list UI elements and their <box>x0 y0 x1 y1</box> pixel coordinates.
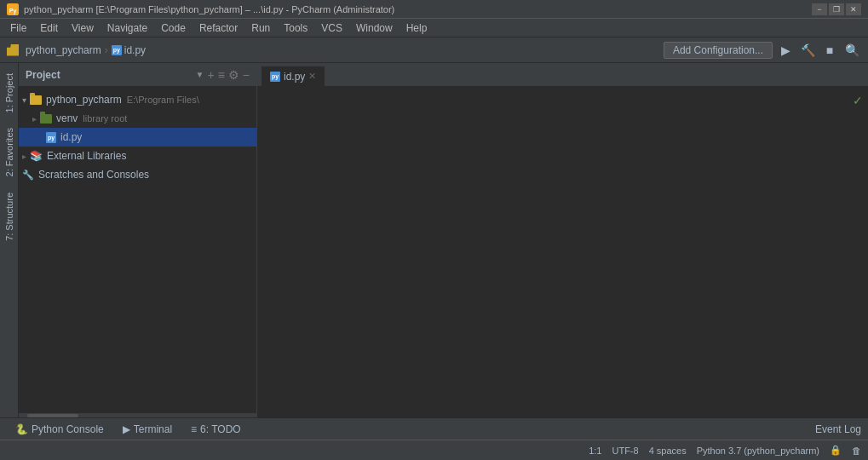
tab-bar: py id.py ✕ <box>257 63 868 87</box>
build-button[interactable]: 🔨 <box>798 41 817 60</box>
python-console-label: Python Console <box>32 423 104 435</box>
tree-suffix-venv: library root <box>83 113 127 124</box>
tab-label: id.py <box>284 71 305 83</box>
event-log-label[interactable]: Event Log <box>815 423 861 435</box>
file-py-icon: py <box>112 45 122 55</box>
minimize-button[interactable]: − <box>812 3 827 15</box>
stop-button[interactable]: ■ <box>820 41 839 60</box>
run-button[interactable]: ▶ <box>776 41 795 60</box>
project-panel-title: Project <box>26 69 193 81</box>
tree-item-idpy[interactable]: py id.py <box>19 128 256 147</box>
project-add-icon[interactable]: + <box>207 68 214 82</box>
expand-arrow-venv: ▸ <box>32 114 37 124</box>
status-interpreter[interactable]: Python 3.7 (python_pycharm) <box>697 446 819 456</box>
bottom-right-actions: Event Log <box>815 423 861 435</box>
breadcrumb-separator: › <box>105 44 108 56</box>
menu-navigate[interactable]: Navigate <box>101 20 154 36</box>
window-controls: − ❐ ✕ <box>812 3 861 15</box>
status-bar: 1:1 UTF-8 4 spaces Python 3.7 (python_py… <box>0 440 868 460</box>
tree-label-extlib: External Libraries <box>47 150 126 162</box>
project-collapse-icon[interactable]: − <box>243 68 250 82</box>
python-console-icon: 🐍 <box>15 423 28 435</box>
lock-icon: 🔒 <box>830 445 842 456</box>
project-dropdown-icon[interactable]: ▼ <box>196 70 204 79</box>
bottom-tab-python-console[interactable]: 🐍 Python Console <box>7 422 112 437</box>
delete-icon: 🗑 <box>852 446 861 456</box>
bottom-tab-todo[interactable]: ≡ 6: TODO <box>182 422 250 437</box>
toolbar-right: Add Configuration... ▶ 🔨 ■ 🔍 <box>664 41 861 60</box>
sidebar-item-structure[interactable]: 7: Structure <box>2 186 17 248</box>
menu-vcs[interactable]: VCS <box>314 20 349 36</box>
breadcrumb-file: py id.py <box>112 44 146 56</box>
todo-label: 6: TODO <box>200 423 241 435</box>
left-side-tabs: 1: Project 2: Favorites 7: Structure <box>0 63 19 417</box>
terminal-label: Terminal <box>134 423 172 435</box>
folder-icon-venv <box>40 114 52 124</box>
close-button[interactable]: ✕ <box>846 3 861 15</box>
menu-run[interactable]: Run <box>244 20 277 36</box>
breadcrumb-folder-icon <box>7 44 19 56</box>
menu-window[interactable]: Window <box>349 20 400 36</box>
tab-close-button[interactable]: ✕ <box>308 71 316 82</box>
menu-help[interactable]: Help <box>400 20 434 36</box>
breadcrumb-project[interactable]: python_pycharm <box>26 44 101 56</box>
library-icon-extlib: 📚 <box>30 150 43 162</box>
bottom-bar: 🐍 Python Console ▶ Terminal ≡ 6: TODO Ev… <box>0 417 868 440</box>
bottom-tab-terminal[interactable]: ▶ Terminal <box>114 422 181 437</box>
project-header-icons: + ≡ ⚙ − <box>207 68 250 82</box>
tree-item-scratches[interactable]: 🔧 Scratches and Consoles <box>19 165 256 184</box>
search-everywhere-button[interactable]: 🔍 <box>842 41 861 60</box>
sidebar-item-project[interactable]: 1: Project <box>2 66 17 119</box>
status-indent[interactable]: 4 spaces <box>649 446 687 456</box>
editor-area: py id.py ✕ ✓ <box>257 63 868 417</box>
project-tree: ▾ python_pycharm E:\Program Files\ ▸ ven… <box>19 87 256 412</box>
green-checkmark: ✓ <box>853 94 863 107</box>
breadcrumb-filename[interactable]: id.py <box>124 44 146 56</box>
menu-tools[interactable]: Tools <box>277 20 314 36</box>
tree-suffix-root: E:\Program Files\ <box>127 95 199 105</box>
project-panel-header: Project ▼ + ≡ ⚙ − <box>19 63 256 87</box>
svg-text:Py: Py <box>9 7 17 14</box>
terminal-icon: ▶ <box>123 423 130 435</box>
tree-label-venv: venv <box>56 112 78 124</box>
title-bar: Py python_pycharm [E:\Program Files\pyth… <box>0 0 868 19</box>
tree-item-venv[interactable]: ▸ venv library root <box>19 109 256 128</box>
window-title: python_pycharm [E:\Program Files\python_… <box>24 4 812 14</box>
scratch-icon: 🔧 <box>22 170 34 181</box>
tree-item-root[interactable]: ▾ python_pycharm E:\Program Files\ <box>19 90 256 109</box>
project-scrollbar[interactable] <box>19 412 256 417</box>
breadcrumb: python_pycharm › py id.py <box>7 44 146 56</box>
expand-arrow-extlib: ▸ <box>22 152 26 161</box>
menu-bar: File Edit View Navigate Code Refactor Ru… <box>0 19 868 37</box>
menu-refactor[interactable]: Refactor <box>193 20 244 36</box>
project-panel: Project ▼ + ≡ ⚙ − ▾ python_pycharm E:\Pr… <box>19 63 257 417</box>
main-layout: 1: Project 2: Favorites 7: Structure Pro… <box>0 63 868 417</box>
sidebar-item-favorites[interactable]: 2: Favorites <box>2 121 17 183</box>
menu-code[interactable]: Code <box>154 20 193 36</box>
status-encoding[interactable]: UTF-8 <box>612 446 638 456</box>
editor-content[interactable]: ✓ <box>257 87 868 417</box>
todo-icon: ≡ <box>191 423 197 435</box>
project-settings-icon[interactable]: ⚙ <box>228 68 239 82</box>
tab-py-icon: py <box>270 72 280 82</box>
status-right: 1:1 UTF-8 4 spaces Python 3.7 (python_py… <box>589 445 861 456</box>
tree-label-root: python_pycharm <box>46 94 122 106</box>
menu-edit[interactable]: Edit <box>33 20 65 36</box>
add-configuration-button[interactable]: Add Configuration... <box>664 42 773 59</box>
status-position[interactable]: 1:1 <box>589 446 601 456</box>
menu-view[interactable]: View <box>65 20 101 36</box>
app-icon: Py <box>7 3 19 15</box>
py-file-icon-idpy: py <box>46 132 56 143</box>
tree-label-scratches: Scratches and Consoles <box>38 169 149 181</box>
editor-tab-idpy[interactable]: py id.py ✕ <box>261 66 325 86</box>
menu-file[interactable]: File <box>3 20 33 36</box>
folder-icon-root <box>30 95 42 105</box>
project-scrollbar-thumb[interactable] <box>27 414 78 417</box>
tree-item-extlib[interactable]: ▸ 📚 External Libraries <box>19 147 256 165</box>
tree-label-idpy: id.py <box>60 131 82 143</box>
restore-button[interactable]: ❐ <box>829 3 844 15</box>
expand-arrow-root: ▾ <box>22 95 26 105</box>
project-scroll-icon[interactable]: ≡ <box>218 68 225 82</box>
nav-bar: python_pycharm › py id.py Add Configurat… <box>0 37 868 63</box>
